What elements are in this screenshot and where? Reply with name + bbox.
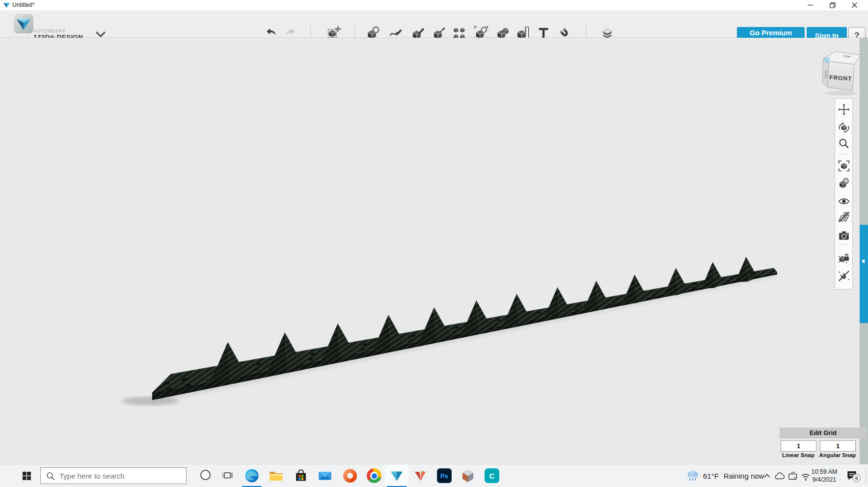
screenshot-icon[interactable]: [838, 229, 850, 242]
edge-icon: [244, 468, 260, 484]
store-icon: [293, 468, 309, 484]
onedrive-button[interactable]: [774, 471, 786, 483]
cloud-icon: [774, 471, 786, 481]
task-view-icon: [222, 470, 233, 481]
start-button[interactable]: [17, 465, 38, 487]
123d-design-icon: [389, 468, 405, 484]
temperature: 61°F: [703, 472, 719, 480]
tray-expand-button[interactable]: [762, 471, 772, 483]
weather-text[interactable]: 61°F Raining now: [703, 464, 764, 487]
toolbar-separator: [838, 154, 850, 154]
cortana-button[interactable]: [200, 470, 211, 480]
file-explorer-icon: [268, 468, 284, 484]
minimize-icon: [808, 2, 813, 8]
navigation-toolbar: [835, 98, 853, 290]
weather-rain-icon: [685, 468, 699, 482]
date: 9/4/2021: [808, 476, 841, 484]
taskbar-app-123d-catch[interactable]: [408, 464, 432, 487]
close-button[interactable]: [843, 0, 866, 10]
window-title: Untitled*: [12, 1, 34, 8]
edit-grid-button[interactable]: Edit Grid: [780, 428, 867, 438]
notification-badge: 4: [852, 474, 861, 482]
show-hide-icon[interactable]: [838, 195, 850, 208]
taskbar: PsC 61°F Raining now: [0, 464, 868, 487]
camtasia-icon: C: [484, 468, 500, 484]
chevron-up-icon: [762, 471, 772, 481]
taskbar-app-mail[interactable]: [313, 464, 337, 487]
viewcube[interactable]: FRONT TOP LEFT: [814, 41, 865, 98]
app-logo: [14, 14, 33, 33]
time: 10:59 AM: [808, 468, 841, 476]
parts-panel-tab[interactable]: [860, 225, 868, 323]
chrome-icon: [366, 468, 382, 484]
titlebar: Untitled*: [0, 0, 868, 10]
brand-autodesk: AUTODESK®: [33, 28, 66, 33]
show-desktop-divider[interactable]: [866, 467, 866, 485]
orbit-icon[interactable]: [838, 121, 850, 134]
linear-snap-label: Linear Snap: [780, 452, 817, 458]
restore-icon: [830, 2, 836, 8]
search-input[interactable]: [58, 469, 183, 483]
connect-icon: [787, 471, 798, 481]
shaded-view-icon[interactable]: [838, 177, 850, 189]
taskbar-app-123d-design[interactable]: [385, 464, 408, 487]
restore-button[interactable]: [821, 0, 843, 10]
windows-logo-icon: [22, 471, 32, 481]
task-view-button[interactable]: [222, 470, 234, 482]
taskbar-app-store[interactable]: [289, 464, 313, 487]
toolbar: AUTODESK® 123D® DESIGN Go Premium (FOR C…: [0, 10, 868, 38]
go-premium-label: Go Premium: [737, 29, 805, 37]
toolbar-separator: [838, 244, 850, 245]
model-spike-strip[interactable]: [0, 38, 868, 464]
taskbar-app-file-explorer[interactable]: [264, 464, 288, 487]
lock-icon[interactable]: [838, 251, 850, 264]
taskbar-app-office[interactable]: [338, 464, 362, 487]
taskbar-app-chrome[interactable]: [362, 464, 386, 487]
panel-arrow-icon: [862, 259, 865, 264]
taskbar-app-edge[interactable]: [240, 464, 264, 487]
photoshop-icon: Ps: [436, 468, 452, 484]
weather-condition: Raining now: [724, 472, 764, 480]
snap-toggle-icon[interactable]: [838, 270, 850, 282]
grid-visibility-icon[interactable]: [838, 211, 850, 223]
angular-snap-label: Angular Snap: [818, 452, 857, 458]
connect-display-button[interactable]: [787, 471, 798, 483]
123d-logo-icon: [14, 14, 33, 33]
taskbar-app-photoshop[interactable]: Ps: [433, 464, 456, 487]
taskbar-search: [40, 467, 187, 484]
search-icon: [46, 472, 55, 481]
meshmixer-icon: [460, 468, 476, 484]
minimize-button[interactable]: [799, 0, 821, 10]
viewport[interactable]: FRONT TOP LEFT Edit Grid Linear Snap Ang…: [0, 38, 868, 464]
taskbar-app-meshmixer[interactable]: [456, 464, 480, 487]
zoom-fit-icon[interactable]: [838, 160, 850, 172]
taskbar-app-camtasia[interactable]: C: [480, 464, 504, 487]
pan-icon[interactable]: [838, 103, 850, 116]
linear-snap-input[interactable]: [781, 440, 816, 452]
weather-widget[interactable]: [685, 468, 699, 482]
zoom-icon[interactable]: [838, 137, 850, 150]
app-window: Untitled* AUTODESK® 123D® DESIGN: [0, 0, 868, 487]
main-menu-chevron-icon[interactable]: [95, 31, 106, 38]
123d-catch-icon: [412, 468, 428, 484]
office-icon: [342, 468, 358, 484]
angular-snap-input[interactable]: [820, 440, 856, 452]
mail-icon: [317, 468, 333, 484]
app-icon: [3, 1, 10, 9]
clock[interactable]: 10:59 AM 9/4/2021: [808, 468, 841, 484]
close-icon: [852, 2, 857, 8]
